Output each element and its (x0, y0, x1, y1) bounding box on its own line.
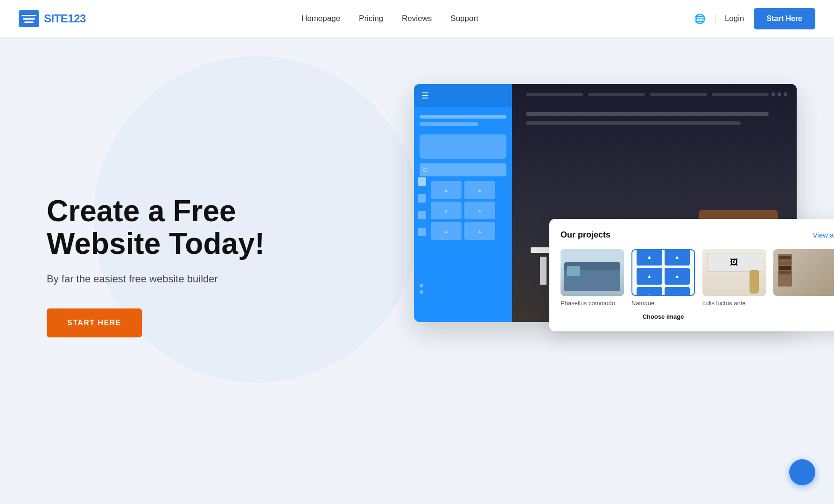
hero-left: Create a Free Website Today! By far the … (47, 195, 265, 338)
deco-lines (526, 93, 769, 96)
panel-thumb-3 (431, 202, 462, 219)
project-item-2: ▲ ▲ ▲ ▲ ▲ ▲ Natoque Choose image (631, 249, 695, 320)
panel-thumb-5 (431, 222, 462, 240)
chooser-btn-1[interactable]: ▲ (637, 249, 662, 266)
nav-right: 🌐 Login Start Here (694, 8, 815, 29)
nav-homepage[interactable]: Homepage (301, 14, 340, 23)
view-all-link[interactable]: View all (813, 231, 834, 239)
img-chooser-container: ▲ ▲ ▲ ▲ ▲ ▲ (632, 249, 694, 296)
editor-menu-icon: ☰ (421, 91, 429, 101)
projects-card: Our projects View all Phasellus commodo (549, 219, 834, 331)
hero-cta-button[interactable]: START HERE (47, 308, 142, 337)
sidebar-icon-4 (418, 228, 426, 236)
chooser-btn-6[interactable]: ▲ (665, 287, 690, 296)
login-link[interactable]: Login (725, 14, 744, 23)
sidebar-icon-1 (418, 177, 426, 186)
project-item-4 (773, 249, 834, 320)
nav-links: Homepage Pricing Reviews Support (301, 14, 478, 23)
logo-text: SITE123 (44, 12, 86, 25)
panel-thumb-2 (464, 181, 495, 199)
panel-thumb-4 (464, 202, 495, 219)
content-bar-2 (526, 121, 741, 125)
deco-line-4 (712, 93, 769, 96)
project-item-1: Phasellus commodo (561, 249, 624, 320)
project-thumb-1 (561, 249, 624, 296)
nav-support[interactable]: Support (450, 14, 478, 23)
chooser-btn-4[interactable]: ▲ (665, 268, 690, 285)
vase (750, 270, 759, 294)
choose-image-label: Choose image (631, 313, 695, 320)
project-item-3: culis luctus ante (702, 249, 766, 320)
nav-reviews[interactable]: Reviews (402, 14, 432, 23)
sofa-scene (561, 249, 624, 296)
chooser-btn-2[interactable]: ▲ (665, 249, 690, 266)
hero-section: Create a Free Website Today! By far the … (0, 37, 834, 485)
start-here-button[interactable]: Start Here (754, 8, 815, 29)
fab-dot[interactable] (789, 459, 815, 485)
content-bar-1 (526, 112, 769, 116)
coffee-table-leg-left (540, 257, 547, 285)
deco-line-3 (650, 93, 707, 96)
project-thumb-3 (702, 249, 766, 296)
chooser-btn-5[interactable]: ▲ (637, 287, 662, 296)
wall-art (707, 253, 761, 272)
hero-subtitle: By far the easiest free website builder (47, 273, 265, 285)
panel-search-dot (423, 168, 427, 172)
panel-sidebar-icons (418, 177, 426, 236)
hero-title: Create a Free Website Today! (47, 195, 265, 260)
projects-title: Our projects (561, 230, 610, 240)
panel-thumb-6 (464, 222, 495, 240)
nav-divider (715, 13, 715, 24)
sidebar-icon-3 (418, 211, 426, 219)
deco-dots (771, 92, 787, 96)
project-thumb-4 (773, 249, 834, 296)
project-label-2: Natoque (631, 300, 695, 307)
img-chooser: ▲ ▲ ▲ ▲ ▲ ▲ (634, 249, 692, 296)
deco-line-2 (588, 93, 645, 96)
navbar: SITE123 Homepage Pricing Reviews Support… (0, 0, 834, 37)
panel-bar-2 (420, 122, 478, 126)
hero-right-mockup: ☰ (414, 84, 834, 322)
panel-blue-block (420, 134, 506, 159)
sofa-pillow (567, 266, 580, 276)
editor-left-panel: ☰ (414, 84, 512, 322)
editor-panel-header: ☰ (414, 84, 512, 107)
logo[interactable]: SITE123 (19, 10, 86, 27)
logo-icon (19, 10, 39, 27)
deco-dot-1 (771, 92, 775, 96)
panel-dot-1 (420, 284, 423, 287)
project-label-1: Phasellus commodo (561, 300, 624, 307)
sidebar-icon-2 (418, 194, 426, 203)
globe-icon[interactable]: 🌐 (694, 13, 706, 24)
projects-grid: Phasellus commodo ▲ ▲ ▲ ▲ (561, 249, 834, 320)
panel-bar-1 (420, 115, 506, 119)
deco-line-1 (526, 93, 583, 96)
vase-scene (702, 249, 766, 296)
panel-search-row (420, 163, 506, 176)
panel-dot-2 (420, 290, 423, 294)
panel-thumb-1 (431, 181, 462, 199)
bookshelf (778, 254, 792, 287)
chooser-btn-3[interactable]: ▲ (637, 268, 662, 285)
panel-img-grid (431, 181, 495, 240)
deco-dot-2 (778, 92, 781, 96)
deco-dot-3 (784, 92, 787, 96)
nav-pricing[interactable]: Pricing (359, 14, 383, 23)
project-label-3: culis luctus ante (702, 300, 766, 307)
projects-header: Our projects View all (561, 230, 834, 240)
project-thumb-2: ▲ ▲ ▲ ▲ ▲ ▲ (631, 249, 695, 296)
panel-dots (420, 284, 423, 294)
